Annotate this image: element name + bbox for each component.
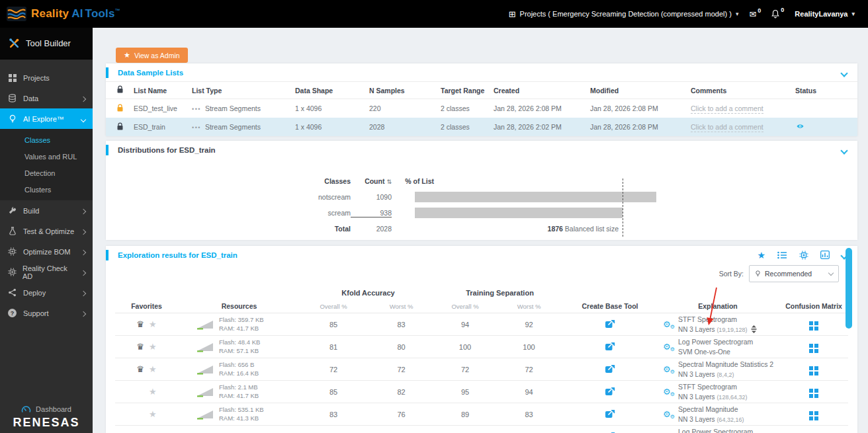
sidebar-item-deploy[interactable]: Deploy xyxy=(0,282,93,303)
lock-icon[interactable] xyxy=(116,122,124,131)
project-selector[interactable]: ⊞ Projects ( Emergency Screaming Detecti… xyxy=(509,10,739,19)
crown-icon[interactable]: ♛ xyxy=(136,320,144,329)
confusion-matrix-icon[interactable] xyxy=(809,411,818,420)
mail-badge: 0 xyxy=(758,7,761,14)
column-header[interactable]: Status xyxy=(795,82,857,99)
list-type-icon[interactable]: ••• xyxy=(192,124,201,131)
sidebar-subitem-classes[interactable]: Classes xyxy=(0,132,93,148)
user-menu[interactable]: RealityLavanya ▾ xyxy=(795,10,855,18)
flash-size: Flash: 656 B xyxy=(219,361,254,368)
column-header[interactable]: Worst % xyxy=(367,298,436,313)
confusion-matrix-icon[interactable] xyxy=(809,366,818,375)
sidebar-item-build[interactable]: Build xyxy=(0,200,93,221)
distribution-table-header: Classes Count⇅ % of List xyxy=(298,173,434,189)
favorite-star-icon[interactable]: ★ xyxy=(149,320,157,329)
confusion-matrix-icon[interactable] xyxy=(809,321,818,331)
eye-icon[interactable] xyxy=(795,123,805,130)
column-header[interactable]: Explanation xyxy=(656,298,779,313)
add-comment-link[interactable]: Click to add a comment xyxy=(691,104,763,114)
favorite-star-icon[interactable]: ★ xyxy=(149,387,157,396)
column-header[interactable]: Resources xyxy=(178,298,300,313)
column-header[interactable]: Worst % xyxy=(494,298,564,313)
sort-dropdown[interactable]: Recommended xyxy=(749,265,839,282)
class-label: notscream xyxy=(298,193,351,201)
dashboard-link[interactable]: Dashboard xyxy=(0,405,93,413)
table-row-selected[interactable]: ESD_train •••Stream Segments 1 x 4096 20… xyxy=(106,118,857,136)
column-header[interactable]: Overall % xyxy=(436,298,494,313)
create-base-tool-icon[interactable] xyxy=(605,342,615,351)
sidebar-item-support[interactable]: ? Support xyxy=(0,303,93,323)
column-header[interactable]: Target Range xyxy=(441,82,494,99)
column-header[interactable]: Modified xyxy=(590,82,691,99)
explanation-line1[interactable]: Log Power Spectrogram xyxy=(678,338,753,346)
sidebar-subitem-detection[interactable]: Detection xyxy=(0,165,93,181)
scrollbar-thumb[interactable] xyxy=(846,248,852,329)
training-overall-value: 94 xyxy=(436,313,494,336)
collapse-button[interactable] xyxy=(842,144,847,156)
sidebar-subitem-values-rul[interactable]: Values and RUL xyxy=(0,148,93,165)
notifications-button[interactable]: 0 xyxy=(771,9,784,19)
sidebar-item-projects[interactable]: Projects xyxy=(0,67,93,88)
sidebar-item-data[interactable]: Data xyxy=(0,88,93,108)
sidebar-item-optimize-bom[interactable]: Optimize BOM xyxy=(0,241,93,262)
sidebar-item-test-optimize[interactable]: Test & Optimize xyxy=(0,221,93,241)
data-sample-lists-table: List Name List Type Data Shape N Samples… xyxy=(106,81,857,136)
flash-size: Flash: 48.4 KB xyxy=(219,338,260,346)
chart-view-icon[interactable] xyxy=(820,251,830,259)
gears-icon: ⚙⚙ xyxy=(663,365,673,374)
list-type-icon[interactable]: ••• xyxy=(192,106,201,112)
create-base-tool-icon[interactable] xyxy=(605,319,615,329)
table-row[interactable]: ESD_test_live •••Stream Segments 1 x 409… xyxy=(106,99,857,118)
split-handle-icon[interactable] xyxy=(751,325,757,333)
explanation-line1[interactable]: Spectral Magnitude Statistics 2 xyxy=(678,360,773,368)
list-name[interactable]: ESD_train xyxy=(134,118,192,136)
tool-builder-header[interactable]: Tool Builder xyxy=(0,28,93,59)
mail-button[interactable]: ✉ 0 xyxy=(749,10,761,19)
explanation-line1[interactable]: Spectral Magnitude xyxy=(678,405,738,413)
lock-icon-unlocked[interactable] xyxy=(116,104,124,112)
create-base-tool-icon[interactable] xyxy=(605,387,615,396)
explanation-line1[interactable]: STFT Spectrogram xyxy=(678,383,737,391)
confusion-matrix-icon[interactable] xyxy=(809,389,818,398)
column-header[interactable]: Confusion Matrix xyxy=(779,298,848,313)
class-label: scream xyxy=(298,209,351,217)
sidebar-item-reality-check-ad[interactable]: Reality Check AD xyxy=(0,262,93,282)
reality-ai-logo-icon xyxy=(7,7,26,21)
sidebar-item-ai-explore[interactable]: AI Explore™ xyxy=(0,108,93,129)
sidebar-subitem-clusters[interactable]: Clusters xyxy=(0,181,93,198)
favorite-star-icon[interactable]: ★ xyxy=(149,365,157,374)
training-worst-value: 72 xyxy=(494,358,564,381)
distribution-total-row: Total 2028 xyxy=(298,221,434,237)
create-base-tool-icon[interactable] xyxy=(605,409,615,418)
create-base-tool-icon[interactable] xyxy=(605,364,615,374)
column-header[interactable]: Data Shape xyxy=(295,82,369,99)
column-header[interactable]: Comments xyxy=(691,82,795,99)
explanation-line1[interactable]: STFT Spectrogram xyxy=(678,315,737,323)
training-overall-value: 89 xyxy=(436,403,494,426)
favorite-star-icon[interactable]: ★ xyxy=(149,342,157,351)
explanation-line1[interactable]: Log Power Spectrogram xyxy=(678,428,753,433)
column-header[interactable]: N Samples xyxy=(369,82,441,99)
collapse-button[interactable] xyxy=(842,67,847,79)
balanced-size-line xyxy=(623,178,623,237)
list-view-icon[interactable] xyxy=(777,251,787,259)
column-header[interactable]: Favorites xyxy=(115,298,178,313)
table-row: ♛★ Flash: 48.4 KBRAM: 57.1 KB 81 80 100 … xyxy=(115,336,848,358)
chip-view-icon[interactable] xyxy=(799,251,808,260)
confusion-matrix-icon[interactable] xyxy=(809,344,818,353)
crown-icon[interactable]: ♛ xyxy=(136,365,144,374)
favorites-filter-icon[interactable]: ★ xyxy=(757,251,765,260)
main-content: ★ View as Admin Data Sample Lists List N… xyxy=(93,28,868,433)
projects-grid-icon xyxy=(7,74,17,82)
favorite-star-icon[interactable]: ★ xyxy=(149,410,157,418)
add-comment-link[interactable]: Click to add a comment xyxy=(691,123,763,132)
list-name[interactable]: ESD_test_live xyxy=(134,99,192,118)
column-header[interactable]: Create Base Tool xyxy=(564,298,656,313)
column-header[interactable]: List Name xyxy=(134,82,192,99)
column-header[interactable]: Created xyxy=(494,82,590,99)
column-header[interactable]: List Type xyxy=(192,82,295,99)
crown-icon[interactable]: ♛ xyxy=(136,342,144,351)
view-as-admin-button[interactable]: ★ View as Admin xyxy=(116,48,188,63)
sort-icon[interactable]: ⇅ xyxy=(386,178,392,185)
column-header[interactable]: Overall % xyxy=(300,298,367,313)
